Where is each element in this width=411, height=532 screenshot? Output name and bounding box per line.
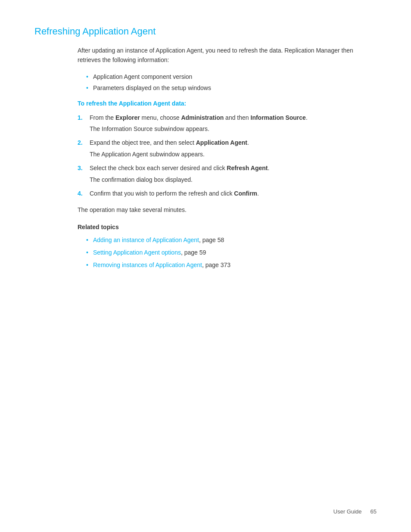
step-text-1: From the Explorer menu, choose Administr… [90, 114, 308, 121]
related-link-1[interactable]: Adding an instance of Application Agent [93, 236, 199, 243]
list-item: Parameters displayed on the setup window… [86, 83, 377, 93]
bold-info-source: Information Source [251, 114, 306, 121]
step-text-2: Expand the object tree, and then select … [90, 139, 249, 146]
related-link-2[interactable]: Setting Application Agent options [93, 249, 181, 256]
page-footer: User Guide 65 [333, 508, 377, 515]
related-topics-list: Adding an instance of Application Agent,… [86, 235, 377, 271]
step-number-1: 1. [78, 113, 90, 134]
step-content-1: From the Explorer menu, choose Administr… [90, 113, 377, 134]
bold-explorer: Explorer [115, 114, 140, 121]
related-suffix-3: , page 373 [202, 261, 230, 268]
bold-administration: Administration [181, 114, 224, 121]
step-1: 1. From the Explorer menu, choose Admini… [78, 113, 377, 134]
footer-label: User Guide [333, 508, 362, 515]
related-link-3[interactable]: Removing instances of Application Agent [93, 261, 202, 268]
steps-list: 1. From the Explorer menu, choose Admini… [78, 113, 377, 199]
section-heading: To refresh the Application Agent data: [78, 100, 377, 107]
related-topics-heading: Related topics [78, 224, 377, 230]
bullet-list: Application Agent component version Para… [86, 72, 377, 93]
step-content-4: Confirm that you wish to perform the ref… [90, 189, 377, 198]
page-container: Refreshing Application Agent After updat… [0, 0, 411, 298]
related-item-3: Removing instances of Application Agent,… [86, 260, 377, 271]
step-content-3: Select the check box each server desired… [90, 163, 377, 184]
bold-confirm: Confirm [234, 190, 257, 197]
step-4: 4. Confirm that you wish to perform the … [78, 189, 377, 198]
intro-text: After updating an instance of Applicatio… [78, 46, 377, 65]
step-number-4: 4. [78, 189, 90, 198]
step-sub-1: The Information Source subwindow appears… [90, 124, 377, 134]
step-content-2: Expand the object tree, and then select … [90, 138, 377, 159]
related-item-1: Adding an instance of Application Agent,… [86, 235, 377, 246]
related-suffix-1: , page 58 [199, 236, 224, 243]
list-item: Application Agent component version [86, 72, 377, 81]
operation-text: The operation may take several minutes. [78, 205, 377, 215]
bold-app-agent-2: Application Agent [196, 139, 247, 146]
step-text-4: Confirm that you wish to perform the ref… [90, 190, 259, 197]
step-text-3: Select the check box each server desired… [90, 165, 269, 171]
related-item-2: Setting Application Agent options, page … [86, 247, 377, 258]
step-3: 3. Select the check box each server desi… [78, 163, 377, 184]
footer-page-number: 65 [371, 508, 377, 515]
step-sub-3: The confirmation dialog box displayed. [90, 175, 377, 184]
bold-refresh-agent: Refresh Agent [227, 165, 268, 171]
page-title: Refreshing Application Agent [34, 26, 377, 37]
step-number-2: 2. [78, 138, 90, 159]
step-2: 2. Expand the object tree, and then sele… [78, 138, 377, 159]
step-number-3: 3. [78, 163, 90, 184]
step-sub-2: The Application Agent subwindow appears. [90, 149, 377, 159]
related-suffix-2: , page 59 [181, 249, 206, 256]
